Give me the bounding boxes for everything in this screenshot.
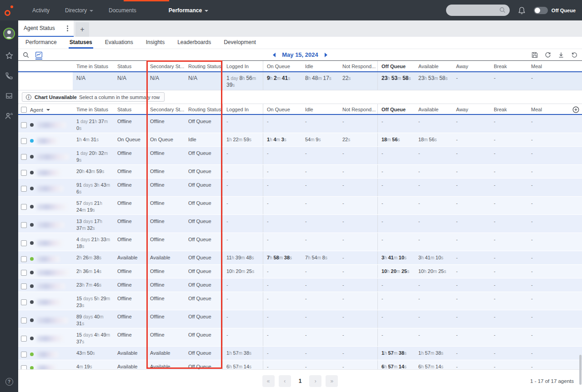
summary-column-header-secondary-st-[interactable]: Secondary St... [146,61,185,71]
column-header-agent[interactable]: Agent [30,107,50,113]
download-export-icon[interactable] [558,52,564,58]
help-icon[interactable]: ? [5,378,13,386]
summary-cell[interactable]: 23h 53m 58s [415,72,452,90]
row-checkbox[interactable] [21,352,27,357]
nav-item-documents[interactable]: Documents [104,0,141,20]
column-header-break[interactable]: Break [490,104,527,114]
summary-column-header-status[interactable]: Status [114,61,146,71]
reset-undo-icon[interactable] [571,52,577,58]
nav-item-directory[interactable]: Directory [60,0,98,20]
subtab-insights[interactable]: Insights [145,37,166,49]
column-header-secondary-st-[interactable]: Secondary St... [146,104,185,114]
column-header-away[interactable]: Away [452,104,490,114]
column-header-on-queue[interactable]: On Queue [263,104,301,114]
table-cell: Offline [146,147,185,164]
previous-day-arrow[interactable] [273,53,276,57]
summary-cell[interactable]: - [527,72,571,90]
summary-cell[interactable]: N/A [146,72,185,90]
select-all-checkbox[interactable] [21,107,27,113]
row-checkbox[interactable] [21,222,27,228]
summary-cell[interactable]: 23h 53m 58s [377,72,415,90]
row-checkbox[interactable] [21,122,27,128]
row-checkbox[interactable] [21,154,27,160]
subtab-performance[interactable]: Performance [25,37,58,49]
user-avatar[interactable] [3,28,15,40]
row-checkbox[interactable] [21,186,27,192]
summary-cell[interactable]: N/A [73,72,114,90]
table-cell: 57 days 21h 24m 19s [73,197,114,214]
summary-column-header-on-queue[interactable]: On Queue [263,61,301,71]
table-cell: On Queue [146,133,185,146]
notifications-bell-icon[interactable] [518,6,526,15]
summary-cell[interactable]: 9h 2m 41s [263,72,301,90]
off-queue-toggle[interactable] [534,7,548,14]
first-page-button[interactable]: « [262,375,275,387]
summary-column-header-time-in-status[interactable]: Time in Status [73,61,114,71]
table-cell: - [339,310,377,328]
next-page-button[interactable]: › [309,375,321,387]
summary-cell[interactable]: - [490,72,527,90]
summary-column-header-idle[interactable]: Idle [301,61,339,71]
tab-agent-status[interactable]: Agent Status [18,20,74,37]
column-header-time-in-status[interactable]: Time in Status [73,104,114,114]
phone-calls-icon[interactable] [5,72,13,80]
summary-cell[interactable]: - [452,72,490,90]
column-header-logged-in[interactable]: Logged In [222,104,263,114]
nav-item-performance[interactable]: Performance [164,0,213,20]
summary-column-header-available[interactable]: Available [415,61,452,71]
summary-column-header-break[interactable]: Break [490,61,527,71]
agent-activity-icon[interactable] [5,112,14,120]
summary-cell[interactable]: 1 day 8h 56m 39s [222,72,263,90]
add-column-icon[interactable] [572,106,579,113]
summary-cell[interactable]: 22s [339,72,377,90]
previous-page-button[interactable]: ‹ [279,375,291,387]
subtab-evaluations[interactable]: Evaluations [104,37,134,49]
favorites-star-icon[interactable] [5,51,14,60]
column-header-status[interactable]: Status [114,104,146,114]
summary-cell[interactable]: N/A [114,72,146,90]
summary-cell[interactable]: N/A [185,72,222,90]
table-cell: - [263,347,301,360]
summary-column-header-not-respond-[interactable]: Not Respond... [339,61,377,71]
column-header-available[interactable]: Available [415,104,452,114]
date-label[interactable]: May 15, 2024 [282,51,318,58]
row-checkbox[interactable] [21,204,27,210]
summary-column-header-meal[interactable]: Meal [527,61,571,71]
row-checkbox[interactable] [21,318,27,323]
summary-column-header-off-queue[interactable]: Off Queue [377,61,415,71]
row-checkbox[interactable] [21,270,27,276]
nav-item-activity[interactable]: Activity [28,0,54,20]
add-tab-button[interactable]: + [75,22,89,37]
refresh-icon[interactable] [545,52,551,58]
column-header-idle[interactable]: Idle [301,104,339,114]
table-cell: - [490,360,527,370]
column-header-meal[interactable]: Meal [527,104,571,114]
row-checkbox[interactable] [21,299,27,305]
table-cell: Offline [146,215,185,233]
column-header-off-queue[interactable]: Off Queue [377,104,415,114]
subtab-leaderboards[interactable]: Leaderboards [176,37,212,49]
summary-column-header-away[interactable]: Away [452,61,490,71]
row-checkbox[interactable] [21,240,27,246]
tab-menu-kebab-icon[interactable] [65,24,70,33]
table-cell: Off Queue [185,215,222,233]
save-view-icon[interactable] [532,52,538,58]
row-checkbox[interactable] [21,170,27,176]
table-cell: - [263,233,301,251]
column-header-routing-status[interactable]: Routing Status [185,104,222,114]
summary-column-header-logged-in[interactable]: Logged In [222,61,263,71]
row-checkbox[interactable] [21,336,27,342]
row-checkbox[interactable] [21,256,27,262]
vertical-scrollbar[interactable] [579,355,582,385]
subtab-statuses[interactable]: Statuses [69,37,93,49]
next-day-arrow[interactable] [325,53,327,57]
last-page-button[interactable]: » [326,375,338,387]
subtab-development[interactable]: Development [223,37,257,49]
summary-cell[interactable]: 8h 48m 17s [301,72,339,90]
column-header-not-respond-[interactable]: Not Respond... [339,104,377,114]
inbox-interactions-icon[interactable] [5,92,13,100]
row-checkbox[interactable] [21,138,27,144]
summary-column-header-routing-status[interactable]: Routing Status [185,61,222,71]
table-cell: Available [146,347,185,360]
row-checkbox[interactable] [21,283,27,289]
